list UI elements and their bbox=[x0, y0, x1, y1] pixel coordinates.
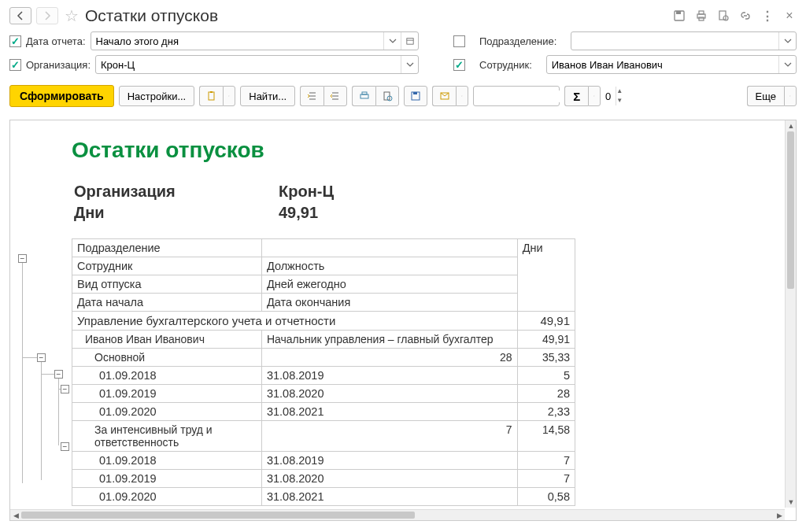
print-button[interactable] bbox=[352, 86, 375, 106]
tree-toggle[interactable]: − bbox=[61, 442, 69, 451]
find-button[interactable]: Найти... bbox=[240, 86, 295, 106]
close-icon[interactable]: × bbox=[782, 9, 797, 23]
dept-input[interactable] bbox=[571, 32, 778, 50]
dept-checkbox[interactable] bbox=[453, 35, 465, 47]
print-icon[interactable] bbox=[694, 9, 708, 23]
mail-dropdown[interactable] bbox=[456, 86, 468, 106]
number-input-group: ▲▼ bbox=[473, 86, 560, 106]
tree-toggle[interactable]: − bbox=[37, 353, 46, 362]
paste-button[interactable] bbox=[199, 86, 223, 106]
org-checkbox[interactable] bbox=[9, 59, 21, 71]
settings-label: Настройки... bbox=[128, 91, 187, 102]
save-icon[interactable] bbox=[672, 9, 686, 23]
svg-rect-1 bbox=[676, 11, 681, 14]
svg-rect-16 bbox=[413, 92, 417, 94]
find-label: Найти... bbox=[249, 91, 287, 102]
report-summary: ОрганизацияКрон-Ц Дни49,91 bbox=[72, 180, 336, 224]
tree-toggle[interactable]: − bbox=[18, 254, 27, 263]
diskette-button[interactable] bbox=[404, 86, 427, 106]
step-down[interactable]: ▼ bbox=[616, 96, 623, 105]
more-menu-icon[interactable]: ⋮ bbox=[760, 9, 775, 23]
org-input[interactable] bbox=[96, 56, 401, 73]
preview-button[interactable] bbox=[375, 86, 399, 106]
preview-icon[interactable] bbox=[716, 9, 730, 23]
tree-toggle[interactable]: − bbox=[54, 370, 63, 379]
step-up[interactable]: ▲ bbox=[616, 87, 623, 96]
date-checkbox[interactable] bbox=[9, 35, 21, 47]
emp-checkbox[interactable] bbox=[453, 59, 465, 71]
svg-rect-12 bbox=[362, 92, 367, 94]
org-label: Организация: bbox=[26, 59, 91, 71]
calendar-icon[interactable] bbox=[401, 32, 418, 50]
dropdown-icon[interactable] bbox=[401, 56, 418, 73]
expand-button[interactable] bbox=[324, 86, 347, 106]
more-button[interactable]: Еще bbox=[747, 86, 784, 106]
horizontal-scrollbar[interactable]: ◀ ▶ bbox=[10, 509, 785, 520]
sigma-button[interactable]: Σ bbox=[564, 86, 588, 106]
generate-button[interactable]: Сформировать bbox=[9, 85, 114, 107]
link-icon[interactable] bbox=[738, 9, 752, 23]
paste-dropdown[interactable] bbox=[223, 86, 235, 106]
nav-back-button[interactable] bbox=[9, 7, 31, 24]
sigma-dropdown[interactable] bbox=[588, 86, 601, 106]
tree-toggle[interactable]: − bbox=[61, 385, 69, 393]
dropdown-icon[interactable] bbox=[383, 32, 401, 50]
vertical-scrollbar[interactable]: ▲ ▼ bbox=[785, 120, 796, 508]
mail-button[interactable] bbox=[432, 86, 456, 106]
svg-rect-10 bbox=[210, 91, 213, 93]
more-dropdown[interactable] bbox=[784, 86, 797, 106]
date-input[interactable] bbox=[91, 32, 383, 50]
favorite-icon[interactable]: ☆ bbox=[65, 6, 79, 25]
dropdown-icon[interactable] bbox=[778, 32, 796, 50]
svg-rect-5 bbox=[719, 11, 726, 20]
emp-label: Сотрудник: bbox=[479, 59, 532, 71]
svg-rect-3 bbox=[699, 11, 704, 14]
tree-column: − − − − − bbox=[17, 130, 72, 506]
svg-rect-7 bbox=[406, 39, 412, 45]
dropdown-icon[interactable] bbox=[778, 56, 796, 73]
report-title: Остатки отпусков bbox=[72, 138, 785, 163]
report-table: ПодразделениеДни СотрудникДолжность Вид … bbox=[72, 238, 575, 506]
dept-label: Подразделение: bbox=[479, 35, 556, 47]
svg-rect-11 bbox=[360, 94, 368, 98]
emp-input[interactable] bbox=[547, 56, 778, 73]
collapse-button[interactable] bbox=[300, 86, 324, 106]
svg-rect-9 bbox=[209, 92, 214, 100]
settings-button[interactable]: Настройки... bbox=[119, 86, 195, 106]
more-label: Еще bbox=[756, 91, 776, 102]
page-title: Остатки отпусков bbox=[85, 6, 667, 25]
nav-forward-button[interactable] bbox=[36, 7, 58, 24]
date-label: Дата отчета: bbox=[26, 35, 86, 47]
